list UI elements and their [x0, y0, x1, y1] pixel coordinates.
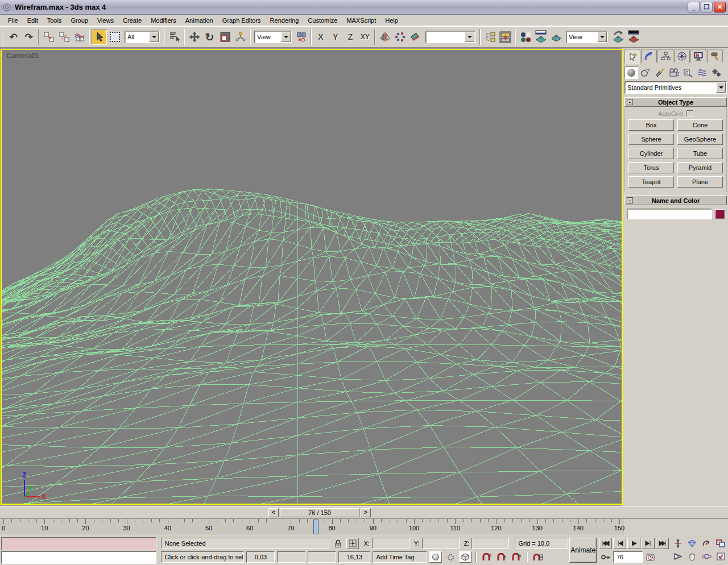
select-and-rotate-button[interactable]: ↻: [202, 30, 217, 45]
category-helpers-button[interactable]: [681, 67, 695, 79]
mirror-button[interactable]: [377, 30, 392, 45]
snap-toggle-3d-button[interactable]: 3: [481, 551, 493, 563]
minimize-button[interactable]: _: [688, 2, 700, 13]
object-type-geosphere-button[interactable]: GeoSphere: [677, 134, 723, 145]
activeshade-button[interactable]: [626, 30, 641, 45]
primitives-dropdown[interactable]: Standard Primitives: [624, 81, 727, 94]
object-type-cylinder-button[interactable]: Cylinder: [628, 148, 674, 159]
tab-utilities[interactable]: [707, 49, 723, 63]
dolly-camera-button[interactable]: [671, 537, 685, 550]
object-type-cone-button[interactable]: Cone: [677, 119, 723, 131]
select-and-link-button[interactable]: [41, 30, 56, 45]
menu-edit[interactable]: Edit: [23, 15, 43, 26]
animate-button[interactable]: Animate: [569, 538, 597, 563]
menu-animation[interactable]: Animation: [181, 15, 218, 26]
time-slider-handle[interactable]: [313, 520, 318, 534]
menu-tools[interactable]: Tools: [43, 15, 67, 26]
array-button[interactable]: [392, 30, 408, 45]
zoom-extents-all-button[interactable]: [714, 537, 727, 550]
menu-help[interactable]: Help: [380, 15, 403, 26]
object-type-sphere-button[interactable]: Sphere: [628, 134, 674, 145]
redo-button[interactable]: ↷: [21, 30, 36, 45]
menu-file[interactable]: File: [3, 15, 23, 26]
select-and-move-button[interactable]: [187, 30, 202, 45]
menu-maxscript[interactable]: MAXScript: [342, 15, 380, 26]
tab-hierarchy[interactable]: [657, 49, 673, 63]
category-geometry-button[interactable]: [624, 67, 638, 79]
restrict-z-button[interactable]: Z: [343, 30, 358, 44]
select-object-button[interactable]: [92, 30, 107, 45]
crossing-toggle-button[interactable]: [459, 551, 471, 563]
select-and-manipulate-button[interactable]: [233, 30, 248, 45]
align-button[interactable]: [408, 30, 423, 45]
previous-frame-arrow[interactable]: <: [268, 508, 279, 517]
angle-snap-button[interactable]: [495, 551, 508, 563]
menu-group[interactable]: Group: [66, 15, 93, 26]
orbit-camera-button[interactable]: [700, 550, 713, 563]
category-systems-button[interactable]: [710, 67, 723, 79]
named-selection-dropdown[interactable]: [425, 31, 475, 43]
render-scene-button[interactable]: [533, 30, 548, 45]
select-and-scale-button[interactable]: [217, 30, 233, 45]
restrict-xy-button[interactable]: XY: [358, 30, 373, 44]
degradation-override-button[interactable]: [429, 551, 442, 563]
field-of-view-button[interactable]: [685, 537, 699, 550]
previous-frame-button[interactable]: [613, 538, 626, 549]
menu-rendering[interactable]: Rendering: [266, 15, 304, 26]
menu-modifiers[interactable]: Modifiers: [146, 15, 181, 26]
percent-snap-button[interactable]: %: [510, 551, 523, 563]
time-configuration-button[interactable]: [644, 551, 657, 563]
reference-coordinate-dropdown[interactable]: View: [254, 31, 292, 43]
min-max-toggle-button[interactable]: [714, 550, 727, 563]
x-coordinate-field[interactable]: [372, 538, 410, 549]
object-color-swatch[interactable]: [715, 209, 725, 219]
listener-macro-row[interactable]: [1, 537, 156, 550]
render-viewport-dropdown[interactable]: View: [566, 31, 608, 43]
menu-create[interactable]: Create: [118, 15, 146, 26]
restore-button[interactable]: ❐: [701, 2, 713, 13]
menu-views[interactable]: Views: [93, 15, 118, 26]
current-frame-field[interactable]: [613, 551, 643, 563]
use-pivot-center-button[interactable]: [293, 30, 309, 45]
key-mode-toggle-button[interactable]: [599, 551, 612, 563]
name-color-header[interactable]: - Name and Color: [624, 196, 727, 205]
track-bar[interactable]: 0102030405060708090100110120130140150: [0, 518, 728, 535]
menu-customize[interactable]: Customize: [303, 15, 342, 26]
category-shapes-button[interactable]: [639, 67, 652, 79]
spinner-snap-button[interactable]: [532, 551, 544, 563]
material-editor-button[interactable]: [518, 30, 533, 45]
absolute-offset-toggle-button[interactable]: [346, 538, 359, 549]
unlink-selection-button[interactable]: [56, 30, 72, 45]
select-by-name-button[interactable]: [167, 30, 182, 45]
object-type-plane-button[interactable]: Plane: [677, 176, 723, 188]
object-type-box-button[interactable]: Box: [628, 119, 674, 131]
add-time-tag-field[interactable]: Add Time Tag: [373, 551, 427, 563]
perspective-button[interactable]: [671, 550, 685, 563]
quick-render-button[interactable]: [610, 30, 626, 45]
play-animation-button[interactable]: [627, 538, 640, 549]
autogrid-checkbox[interactable]: [686, 110, 693, 117]
next-frame-button[interactable]: [642, 538, 655, 549]
render-type-button[interactable]: [548, 30, 564, 45]
tab-modify[interactable]: [641, 49, 657, 63]
schematic-view-button[interactable]: [482, 30, 498, 45]
object-type-pyramid-button[interactable]: Pyramid: [677, 162, 723, 173]
category-lights-button[interactable]: [653, 67, 667, 79]
tab-create[interactable]: [624, 49, 640, 64]
selection-filter-toggle-button[interactable]: [444, 551, 457, 563]
object-type-torus-button[interactable]: Torus: [628, 162, 674, 173]
object-name-input[interactable]: [627, 209, 712, 219]
time-slider-button[interactable]: 76 / 150: [280, 508, 359, 517]
selection-filter-dropdown[interactable]: All: [125, 31, 160, 43]
tab-display[interactable]: [690, 49, 706, 63]
category-spacewarps-button[interactable]: [696, 67, 709, 79]
object-type-header[interactable]: - Object Type: [624, 97, 727, 107]
bind-to-spacewarp-button[interactable]: [72, 30, 87, 45]
tab-motion[interactable]: [674, 49, 690, 63]
undo-button[interactable]: ↶: [6, 30, 21, 45]
object-type-teapot-button[interactable]: Teapot: [628, 176, 674, 188]
go-to-end-button[interactable]: [656, 538, 669, 549]
category-cameras-button[interactable]: [667, 67, 681, 79]
lock-selection-button[interactable]: [332, 538, 344, 549]
z-coordinate-field[interactable]: [471, 538, 509, 549]
